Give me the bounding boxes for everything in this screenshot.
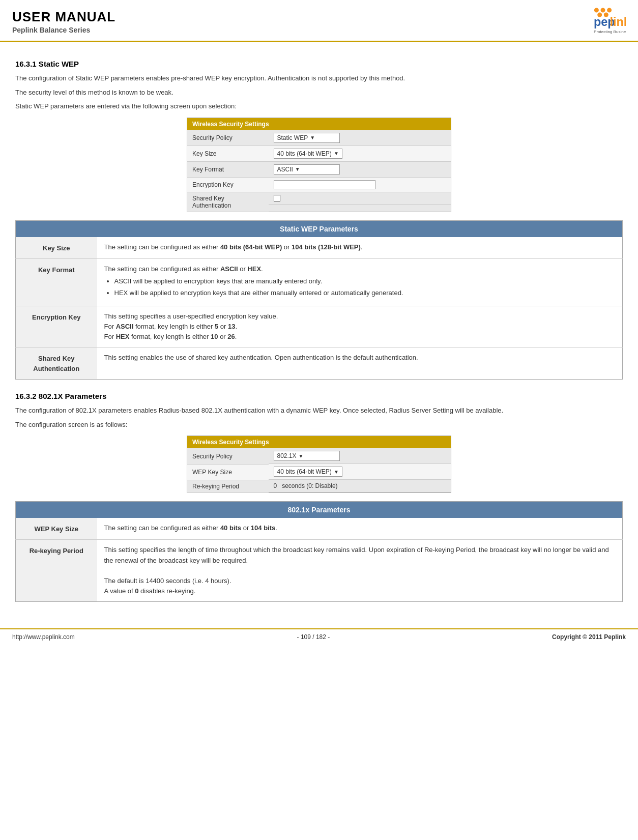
section-heading-2: 16.3.2 802.1X Parameters (15, 392, 623, 400)
footer-copyright: Copyright © 2011 Peplink (552, 633, 626, 641)
key-size-value: 40 bits (64-bit WEP) (277, 150, 332, 157)
key-format-value: ASCII (277, 166, 293, 173)
wss1-label-shared-key: Shared Key Authentication (187, 192, 269, 212)
encryption-key-input[interactable] (274, 180, 375, 189)
params1-label-shared-key: Shared KeyAuthentication (16, 347, 97, 379)
wss2-row-security-policy: Security Policy 802.1X ▼ (187, 448, 451, 464)
section2-para1: The configuration of 802.1X parameters e… (15, 405, 623, 416)
svg-text:Protecting Business Continuity: Protecting Business Continuity (594, 30, 626, 34)
security-policy-value: Static WEP (277, 134, 308, 141)
security-policy-value-2: 802.1X (277, 452, 297, 459)
params1-content-key-format: The setting can be configured as either … (97, 259, 623, 306)
wss1-title: Wireless Security Settings (187, 118, 451, 130)
wss1-label-security-policy: Security Policy (187, 130, 269, 146)
wss2-label-rekeying-period: Re-keying Period (187, 480, 269, 493)
section2-para2: The configuration screen is as follows: (15, 420, 623, 430)
params1-row-encryption-key: Encryption Key This setting specifies a … (16, 306, 623, 347)
params2-content-rekeying-period: This setting specifies the length of tim… (97, 540, 623, 602)
doc-title: USER MANUAL (12, 9, 115, 25)
main-content: 16.3.1 Static WEP The configuration of S… (0, 42, 638, 623)
wss1-label-key-format: Key Format (187, 162, 269, 178)
wss2-label-wep-key-size: WEP Key Size (187, 464, 269, 480)
params1-content-encryption-key: This setting specifies a user-specified … (97, 306, 623, 347)
key-size-dropdown[interactable]: 40 bits (64-bit WEP) ▼ (274, 149, 342, 159)
params2-row-rekeying-period: Re-keying Period This setting specifies … (16, 540, 623, 602)
logo: pep link Protecting Business Continuity (534, 6, 626, 37)
section-static-wep: 16.3.1 Static WEP The configuration of S… (15, 60, 623, 380)
params1-row-key-format: Key Format The setting can be configured… (16, 259, 623, 306)
wss-table-1: Wireless Security Settings Security Poli… (187, 118, 451, 213)
page-footer: http://www.peplink.com - 109 / 182 - Cop… (0, 628, 638, 645)
rekeying-period-value: 0 (274, 482, 277, 489)
svg-text:link: link (610, 15, 626, 28)
wep-key-size-value: 40 bits (64-bit WEP) (277, 468, 332, 475)
svg-point-2 (607, 8, 612, 12)
list-item: HEX will be applied to encryption keys t… (114, 288, 616, 298)
security-policy-dropdown-2[interactable]: 802.1X ▼ (274, 451, 340, 461)
list-item: ASCII will be applied to encryption keys… (114, 276, 616, 286)
header-text: USER MANUAL Peplink Balance Series (12, 9, 115, 34)
params2-heading: 802.1x Parameters (16, 502, 623, 518)
wss1-row-key-size: Key Size 40 bits (64-bit WEP) ▼ (187, 146, 451, 162)
params-table-2: 802.1x Parameters WEP Key Size The setti… (15, 501, 623, 602)
wss1-row-security-policy: Security Policy Static WEP ▼ (187, 130, 451, 146)
dropdown-arrow-3: ▼ (295, 166, 300, 172)
footer-page: - 109 / 182 - (297, 633, 330, 641)
page-header: USER MANUAL Peplink Balance Series pep l… (0, 0, 638, 42)
shared-key-checkbox[interactable] (274, 195, 280, 201)
dropdown-arrow-4: ▼ (299, 453, 304, 459)
section1-para1: The configuration of Static WEP paramete… (15, 73, 623, 83)
wss2-label-security-policy: Security Policy (187, 448, 269, 464)
wss1-label-encryption-key: Encryption Key (187, 178, 269, 192)
wss1-label-key-size: Key Size (187, 146, 269, 162)
wss1-row-key-format: Key Format ASCII ▼ (187, 162, 451, 178)
svg-point-1 (601, 8, 605, 12)
dropdown-arrow-2: ▼ (334, 151, 339, 156)
wss2-title: Wireless Security Settings (187, 436, 451, 449)
params1-content-shared-key: This setting enables the use of shared k… (97, 347, 623, 379)
dropdown-arrow-5: ▼ (334, 469, 339, 475)
params2-content-wep-key-size: The setting can be configured as either … (97, 518, 623, 540)
section-heading-1: 16.3.1 Static WEP (15, 60, 623, 68)
security-policy-dropdown[interactable]: Static WEP ▼ (274, 133, 340, 143)
wss-table-2: Wireless Security Settings Security Poli… (187, 436, 451, 493)
section1-para2: The security level of this method is kno… (15, 88, 623, 98)
params1-row-shared-key: Shared KeyAuthentication This setting en… (16, 347, 623, 379)
svg-point-0 (594, 8, 599, 12)
footer-url: http://www.peplink.com (12, 633, 75, 641)
section-8021x: 16.3.2 802.1X Parameters The configurati… (15, 392, 623, 602)
wss1-row-encryption-key: Encryption Key (187, 178, 451, 192)
params1-label-key-format: Key Format (16, 259, 97, 306)
dropdown-arrow: ▼ (310, 135, 315, 140)
wss2-row-wep-key-size: WEP Key Size 40 bits (64-bit WEP) ▼ (187, 464, 451, 480)
wep-key-size-dropdown[interactable]: 40 bits (64-bit WEP) ▼ (274, 467, 342, 477)
params1-label-key-size: Key Size (16, 237, 97, 259)
doc-subtitle: Peplink Balance Series (12, 26, 115, 34)
key-format-dropdown[interactable]: ASCII ▼ (274, 164, 340, 175)
params2-row-wep-key-size: WEP Key Size The setting can be configur… (16, 518, 623, 540)
params2-label-rekeying-period: Re-keying Period (16, 540, 97, 602)
section1-para3: Static WEP parameters are entered via th… (15, 101, 623, 111)
params2-label-wep-key-size: WEP Key Size (16, 518, 97, 540)
params1-row-key-size: Key Size The setting can be configured a… (16, 237, 623, 259)
rekeying-period-unit: seconds (0: Disable) (282, 482, 337, 489)
params1-label-encryption-key: Encryption Key (16, 306, 97, 347)
params1-heading: Static WEP Parameters (16, 221, 623, 238)
wss2-row-rekeying-period: Re-keying Period 0 seconds (0: Disable) (187, 480, 451, 493)
peplink-logo: pep link Protecting Business Continuity (534, 6, 626, 37)
wss1-row-shared-key: Shared Key Authentication (187, 192, 451, 212)
params-table-1: Static WEP Parameters Key Size The setti… (15, 220, 623, 380)
params1-content-key-size: The setting can be configured as either … (97, 237, 623, 259)
